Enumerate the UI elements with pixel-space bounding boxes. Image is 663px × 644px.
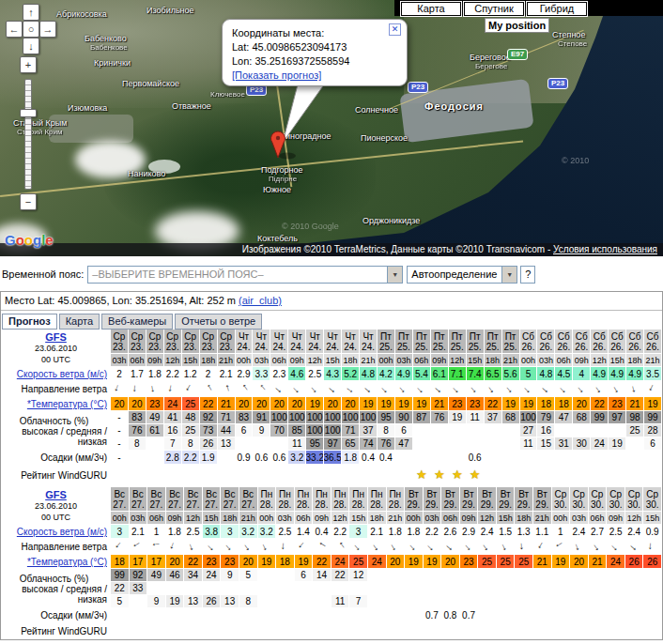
rating-cell [643,622,662,639]
hour-header-cell: 21h [239,512,258,525]
wind-speed-cell: 4.5 [555,367,573,381]
zoom-in-button[interactable]: + [20,56,37,73]
wind-direction-cell: → [537,381,555,397]
temperature-cell: 25 [497,555,516,569]
close-icon[interactable]: ✕ [389,23,401,36]
cloud-high-cell: 100 [360,411,378,424]
cloud-mid-cell [166,582,185,595]
show-forecast-link[interactable]: [Показать прогноз] [232,69,321,81]
precipitation-cell: 0.6 [270,451,288,465]
hour-header-cell: 03h [253,354,270,367]
cloud-high-cell: 99 [644,411,662,424]
wind-speed-cell: 4.2 [378,367,395,381]
cloud-mid-cell [221,582,239,595]
rating-cell [270,465,288,485]
pan-right-icon[interactable]: → [39,21,56,38]
tab-map[interactable]: Карта [59,314,100,330]
zoom-out-button[interactable]: − [20,193,37,210]
map-type-button-map[interactable]: Карта [401,2,461,16]
wind-direction-cell: → [625,539,644,555]
chevron-down-icon[interactable]: ▼ [501,267,517,283]
wind-speed-link[interactable]: Скорость ветра (м/с) [17,527,107,537]
my-position-button[interactable]: My position [485,18,549,33]
wind-speed-cell: 5 [520,367,538,381]
day-header-cell: Вт29. [533,487,552,512]
rating-cell [570,622,589,639]
cloud-high-cell: 19 [449,411,467,424]
model-link[interactable]: GFS [45,331,67,343]
map-watermark: © 2010 Google [282,222,339,231]
wind-arrow-icon: → [517,541,530,552]
cloud-low-cell: 8 [239,595,258,608]
cloud-low-cell: 19 [609,437,626,451]
wind-speed-cell: 2 [200,367,218,381]
hour-header-cell: 21h [502,354,520,367]
cloud-high-cell [276,569,295,582]
tab-wind-reports[interactable]: Отчеты о ветре [175,314,262,330]
hour-header-cell: 03h [537,354,555,367]
day-header-cell: Вс27. [147,487,166,512]
google-logo-letter: o [16,232,24,248]
temperature-cell: 22 [591,397,609,411]
cloud-high-cell: 97 [609,411,626,424]
timezone-select[interactable]: –ВЫБЕРИТЕ ВРЕМЕННОЙ ПОЯС– ▼ [87,266,403,284]
temperature-link[interactable]: *Температура (°C) [27,557,107,567]
rating-cell [405,622,424,639]
wind-arrow-icon: → [259,539,274,553]
model-run-utc: 00 UTC [41,354,70,365]
zoom-slider-track[interactable] [24,79,32,190]
tabs-bar: ПрогнозКартаВеб-камерыОтчеты о ветре [1,311,662,328]
zoom-slider-handle[interactable] [20,109,37,117]
pan-left-icon[interactable]: ← [6,21,23,38]
day-header-cell: Ср23. [129,330,146,354]
tab-webcams[interactable]: Веб-камеры [101,314,173,330]
wind-speed-cell: 2.5 [184,525,203,539]
chevron-down-icon[interactable]: ▼ [387,267,402,283]
day-header-cell: Пт25. [485,330,502,354]
wind-speed-link[interactable]: Скорость ветра (м/с) [17,369,107,379]
wind-direction-cell: → [130,539,148,555]
cloud-mid-cell: 6 [236,424,254,437]
map-type-button-satellite[interactable]: Спутник [464,2,524,16]
cloud-low-cell: 11 [288,437,306,451]
pan-down-icon[interactable]: ↓ [23,38,39,54]
hour-header-cell: 03h [395,354,413,367]
precipitation-cell [221,608,239,622]
cloud-low-cell: 47 [395,437,413,451]
wind-arrow-icon: → [332,539,347,554]
cloud-high-cell [424,569,442,582]
model-link[interactable]: GFS [45,489,67,500]
hour-header-cell: 06h [295,512,314,525]
precipitation-cell: 2.2 [182,451,200,465]
day-header-cell: Ср30. [589,487,608,512]
timezone-auto-select[interactable]: Автоопределение ▼ [407,266,517,284]
pan-center-icon[interactable]: ○ [23,21,39,38]
day-header-cell: Чт24. [236,330,254,354]
terms-of-use-link[interactable]: Условия использования [553,244,657,254]
day-header-cell: Пн28. [313,487,332,512]
map-canvas[interactable]: ИзобильноеАбрикосовкаБабенковоБабенковеК… [0,0,663,256]
hour-header-cell: 18h [485,354,502,367]
map-place-label: Підгірне [269,175,297,184]
wind-direction-cell: → [413,381,431,397]
hour-header-cell: 00h [378,354,395,367]
temperature-cell: 25 [515,555,533,569]
pan-up-icon[interactable]: ↑ [23,4,39,21]
tab-forecast[interactable]: Прогноз [2,314,57,330]
cloud-low-cell: 19 [166,595,185,608]
day-header-cell: Ср30. [607,487,625,512]
temperature-link[interactable]: *Температура (°C) [27,399,107,409]
hour-header-cell: 18h [200,354,218,367]
help-button[interactable]: ? [520,266,535,284]
cloud-mid-cell: 85 [288,424,306,437]
spot-link[interactable]: (air_club) [239,295,282,306]
day-header-cell: Пн28. [295,487,314,512]
rating-cell [288,465,306,485]
temperature-cell: 24 [332,555,350,569]
hour-header-cell: 15h [609,354,626,367]
map-type-button-hybrid[interactable]: Гибрид [527,2,587,16]
cloud-mid-cell [449,424,467,437]
wind-speed-cell: 3.2 [239,525,258,539]
wind-arrow-icon: → [461,539,476,554]
wind-speed-cell: 3 [221,525,239,539]
